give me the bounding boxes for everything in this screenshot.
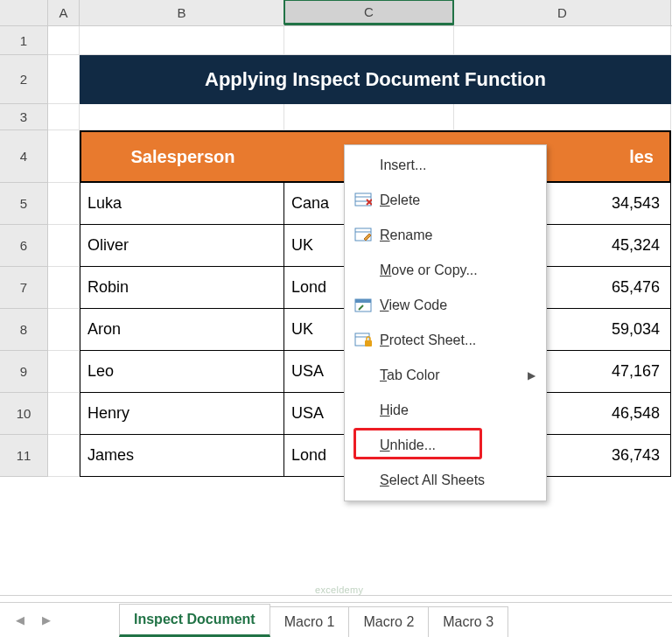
row-header-2[interactable]: 2 xyxy=(0,55,48,104)
menu-select-all-sheets[interactable]: Select All Sheets xyxy=(345,463,546,498)
row-header-8[interactable]: 8 xyxy=(0,309,48,351)
menu-delete[interactable]: Delete xyxy=(345,183,546,218)
column-headers: A B C D xyxy=(0,0,672,26)
page-title: Applying Inspect Document Function xyxy=(80,55,671,104)
chevron-right-icon: ▶ xyxy=(528,369,536,382)
menu-move-or-copy[interactable]: Move or Copy... xyxy=(345,253,546,288)
sheet-tab-macro-2[interactable]: Macro 2 xyxy=(348,606,429,637)
rename-icon xyxy=(354,226,373,245)
cell-name[interactable]: James xyxy=(80,435,284,477)
spreadsheet-grid: A B C D 1 2 Applying Inspect Document Fu… xyxy=(0,0,672,595)
row-header-5[interactable]: 5 xyxy=(0,183,48,225)
cell-name[interactable]: Aron xyxy=(80,309,284,351)
menu-insert[interactable]: Insert... xyxy=(345,148,546,183)
row-header-7[interactable]: 7 xyxy=(0,267,48,309)
cell-name[interactable]: Oliver xyxy=(80,225,284,267)
menu-hide-label: Hide xyxy=(380,402,409,418)
menu-delete-label: Delete xyxy=(380,192,420,208)
menu-insert-label: Insert... xyxy=(380,158,426,173)
row-header-3[interactable]: 3 xyxy=(0,104,48,130)
row-header-11[interactable]: 11 xyxy=(0,435,48,477)
cell-name[interactable]: Leo xyxy=(80,351,284,393)
sheet-tab-macro-1[interactable]: Macro 1 xyxy=(270,606,350,637)
svg-rect-8 xyxy=(355,299,371,303)
protect-icon xyxy=(354,331,373,350)
menu-unhide[interactable]: Unhide... xyxy=(345,428,546,463)
menu-protect-sheet[interactable]: Protect Sheet... xyxy=(345,323,546,358)
col-header-c-label: C xyxy=(364,4,374,19)
cell-name[interactable]: Robin xyxy=(80,267,284,309)
delete-icon xyxy=(354,191,373,210)
svg-rect-11 xyxy=(365,340,372,346)
tab-nav-next[interactable]: ▶ xyxy=(37,611,56,630)
menu-view-code[interactable]: View Code xyxy=(345,288,546,323)
col-header-a[interactable]: A xyxy=(48,0,80,25)
menu-rename-label: Rename xyxy=(380,228,432,243)
select-all-corner[interactable] xyxy=(0,0,48,25)
sheet-tab-context-menu: Insert... Delete Rename Move or Copy... … xyxy=(344,144,547,501)
row-header-6[interactable]: 6 xyxy=(0,225,48,267)
header-salesperson: Salesperson xyxy=(80,130,284,183)
menu-unhide-label: Unhide... xyxy=(380,438,436,453)
menu-view-code-label: View Code xyxy=(380,298,447,313)
row-header-1[interactable]: 1 xyxy=(0,26,48,55)
row-header-10[interactable]: 10 xyxy=(0,393,48,435)
sheet-tab-strip: ◀ ▶ Inspect Document Macro 1 Macro 2 Mac… xyxy=(0,602,672,637)
menu-select-all-label: Select All Sheets xyxy=(380,472,485,488)
header-sales-visible: les xyxy=(629,147,654,167)
cell-name[interactable]: Luka xyxy=(80,183,284,225)
col-header-c[interactable]: C xyxy=(284,0,454,25)
col-header-d[interactable]: D xyxy=(454,0,671,25)
col-header-b[interactable]: B xyxy=(80,0,284,25)
view-code-icon xyxy=(354,296,373,315)
menu-rename[interactable]: Rename xyxy=(345,218,546,253)
menu-tab-color[interactable]: Tab Color ▶ xyxy=(345,358,546,393)
menu-hide[interactable]: Hide xyxy=(345,393,546,428)
row-header-9[interactable]: 9 xyxy=(0,351,48,393)
watermark: exceldemy xyxy=(315,584,363,595)
cell-name[interactable]: Henry xyxy=(80,393,284,435)
menu-protect-label: Protect Sheet... xyxy=(380,332,476,348)
row-header-4[interactable]: 4 xyxy=(0,130,48,183)
menu-move-label: Move or Copy... xyxy=(380,262,478,278)
sheet-tab-inspect-document[interactable]: Inspect Document xyxy=(119,604,270,637)
menu-tab-color-label: Tab Color xyxy=(380,368,439,383)
tab-nav-prev[interactable]: ◀ xyxy=(10,611,30,630)
sheet-tab-macro-3[interactable]: Macro 3 xyxy=(428,606,508,637)
